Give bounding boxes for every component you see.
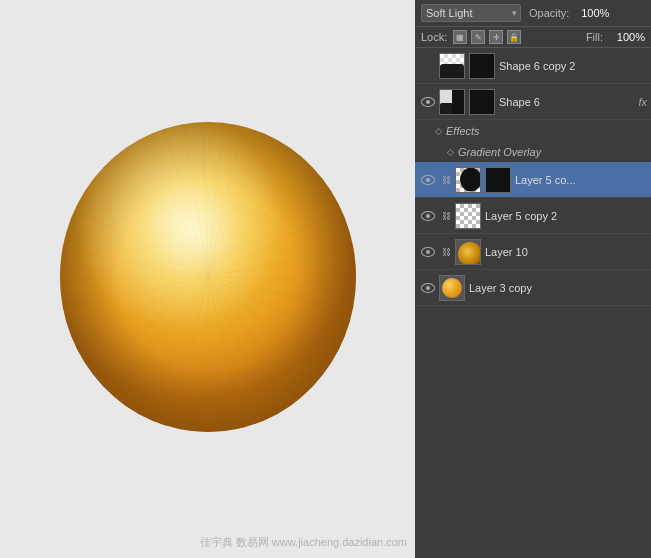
layer-row[interactable]: ⛓ Layer 5 co... (415, 162, 651, 198)
svg-point-36 (60, 122, 356, 432)
layer-name: Shape 6 (499, 96, 634, 108)
layer-name: Layer 3 copy (469, 282, 647, 294)
fill-label: Fill: (586, 31, 603, 43)
layer-name: Layer 5 copy 2 (485, 210, 647, 222)
layer-row[interactable]: Layer 3 copy (415, 270, 651, 306)
layers-list[interactable]: Shape 6 copy 2 Shape 6 fx ◇ Effects ◇ (415, 48, 651, 558)
fur-ball-image (43, 109, 373, 449)
fill-value: 100% (609, 31, 645, 43)
layer-mask-thumbnail (469, 89, 495, 115)
layer-mask-thumbnail (485, 167, 511, 193)
link-icon: ⛓ (439, 173, 453, 187)
layer-name: Layer 5 co... (515, 174, 647, 186)
layer-row[interactable]: Shape 6 fx (415, 84, 651, 120)
visibility-eye-icon[interactable] (419, 243, 437, 261)
blend-mode-select[interactable]: Soft Light Normal Multiply Screen Overla… (421, 4, 521, 22)
layers-panel: Soft Light Normal Multiply Screen Overla… (415, 0, 651, 558)
blend-mode-wrapper[interactable]: Soft Light Normal Multiply Screen Overla… (421, 4, 521, 22)
visibility-eye-icon[interactable] (419, 93, 437, 111)
link-icon: ⛓ (439, 209, 453, 223)
gradient-overlay-effect: Gradient Overlay (458, 146, 541, 158)
layer-thumbnail (455, 239, 481, 265)
lock-icons-group: ▦ ✎ ✛ 🔒 (453, 30, 521, 44)
layer-thumbnail (455, 167, 481, 193)
effect-item-row[interactable]: ◇ Gradient Overlay (415, 142, 651, 162)
layer-thumbnail (439, 275, 465, 301)
canvas-area: 佳宇典 数易网 www.jiacheng.dazidian.com (0, 0, 415, 558)
layer-row[interactable]: Shape 6 copy 2 (415, 48, 651, 84)
visibility-eye-icon[interactable] (419, 207, 437, 225)
layer-thumbnail (439, 53, 465, 79)
layer-name: Layer 10 (485, 246, 647, 258)
fx-badge: fx (638, 96, 647, 108)
layer-row[interactable]: ⛓ Layer 5 copy 2 (415, 198, 651, 234)
lock-icon-all[interactable]: 🔒 (507, 30, 521, 44)
layer-name: Shape 6 copy 2 (499, 60, 647, 72)
layer-mask-thumbnail (469, 53, 495, 79)
lock-icon-image[interactable]: ✎ (471, 30, 485, 44)
opacity-label: Opacity: (529, 7, 569, 19)
layer-thumbnail (439, 89, 465, 115)
visibility-eye-icon[interactable] (419, 171, 437, 189)
visibility-eye-icon[interactable] (419, 279, 437, 297)
link-icon: ⛓ (439, 245, 453, 259)
lock-fill-bar: Lock: ▦ ✎ ✛ 🔒 Fill: 100% (415, 27, 651, 48)
layer-row[interactable]: ⛓ Layer 10 (415, 234, 651, 270)
effects-label: Effects (446, 125, 480, 137)
watermark: 佳宇典 数易网 www.jiacheng.dazidian.com (200, 535, 407, 550)
lock-icon-position[interactable]: ✛ (489, 30, 503, 44)
lock-icon-transparency[interactable]: ▦ (453, 30, 467, 44)
lock-label: Lock: (421, 31, 447, 43)
blend-opacity-bar: Soft Light Normal Multiply Screen Overla… (415, 0, 651, 27)
opacity-value: 100% (573, 7, 609, 19)
layer-thumbnail (455, 203, 481, 229)
effects-group-row: ◇ Effects (415, 120, 651, 142)
